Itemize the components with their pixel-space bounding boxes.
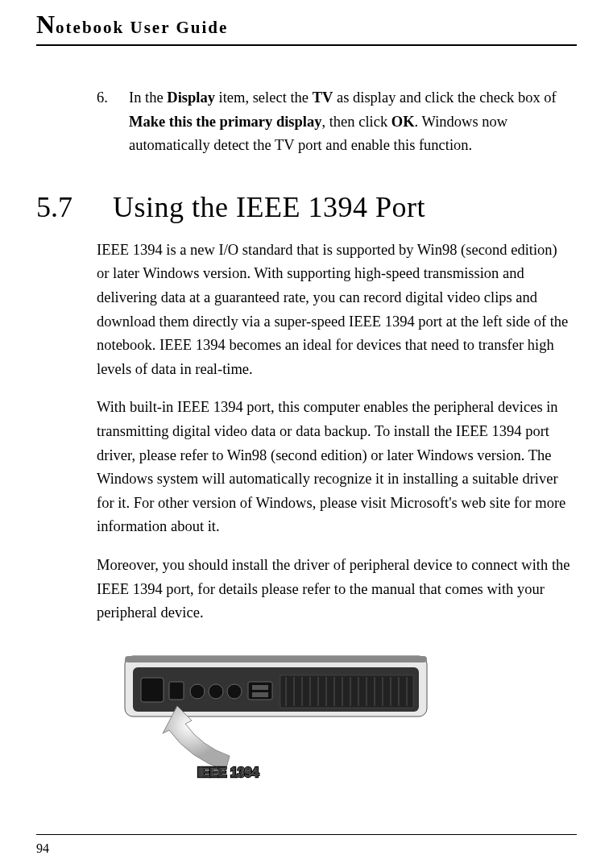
bold-primary: Make this the primary display — [129, 114, 321, 130]
list-text: In the Display item, select the TV as di… — [129, 86, 573, 158]
ieee1394-figure: IEEE 1394 IEEE 1394 — [121, 650, 573, 790]
svg-point-7 — [227, 684, 242, 699]
svg-point-5 — [190, 684, 205, 699]
svg-rect-10 — [252, 692, 268, 697]
list-number: 6. — [97, 86, 129, 158]
bold-tv: TV — [313, 89, 333, 106]
text-fragment: , then click — [321, 114, 391, 130]
section-number: 5.7 — [36, 190, 113, 224]
list-item-6: 6. In the Display item, select the TV as… — [97, 86, 573, 158]
header-big-letter: N — [36, 10, 56, 39]
section-title: Using the IEEE 1394 Port — [113, 190, 573, 224]
page-footer: 94 — [0, 834, 613, 856]
page-number: 94 — [36, 841, 49, 855]
svg-rect-11 — [280, 675, 413, 708]
notebook-port-illustration: IEEE 1394 IEEE 1394 — [121, 650, 435, 787]
text-fragment: In the — [129, 89, 167, 106]
page-header: Notebook User Guide — [36, 0, 577, 46]
paragraph-2: With built-in IEEE 1394 port, this compu… — [97, 396, 573, 539]
section-heading: 5.7 Using the IEEE 1394 Port — [36, 190, 573, 224]
text-fragment: item, select the — [215, 89, 313, 106]
bold-ok: OK — [391, 114, 415, 130]
svg-rect-4 — [169, 682, 184, 700]
bold-display: Display — [167, 89, 215, 106]
svg-rect-1 — [125, 656, 427, 662]
text-fragment: as display and click the check box of — [333, 89, 556, 106]
svg-rect-9 — [252, 685, 268, 690]
svg-text:IEEE 1394: IEEE 1394 — [197, 766, 259, 779]
header-rest: otebook User Guide — [56, 18, 228, 37]
svg-point-6 — [209, 684, 223, 699]
paragraph-1: IEEE 1394 is a new I/O standard that is … — [97, 239, 573, 382]
svg-rect-3 — [141, 678, 164, 702]
paragraph-3: Moreover, you should install the driver … — [97, 554, 573, 625]
